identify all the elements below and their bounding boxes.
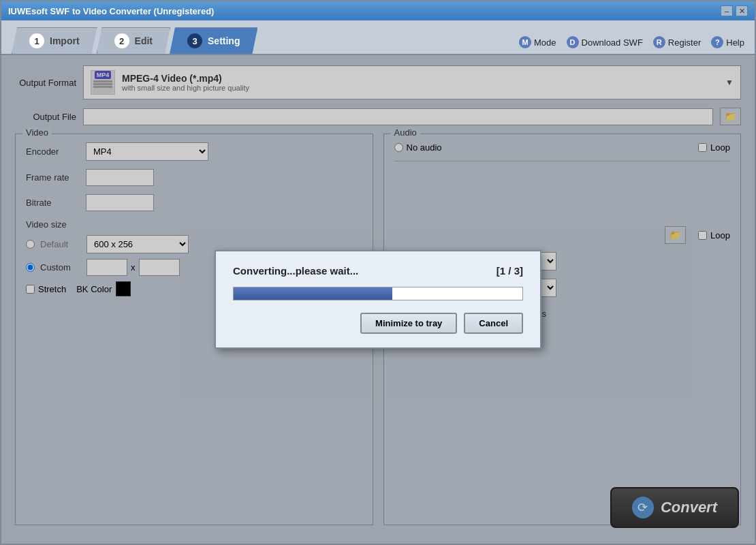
title-bar: IUWEsoft SWF to Video Converter (Unregis… — [1, 1, 755, 20]
mode-icon: M — [519, 36, 531, 48]
progress-bar-fill — [234, 287, 392, 300]
help-icon: ? — [711, 36, 723, 48]
dialog-header: Converting...please wait... [1 / 3] — [233, 265, 523, 277]
register-icon: R — [653, 36, 665, 48]
progress-dialog: Converting...please wait... [1 / 3] Mini… — [215, 250, 541, 349]
tab-setting-label: Setting — [208, 35, 240, 46]
tab-import[interactable]: 1 Import — [12, 27, 97, 54]
dialog-buttons: Minimize to tray Cancel — [233, 313, 523, 334]
main-content: Output Format MP4 MPEG-4 Video (*.mp4) w… — [1, 55, 755, 544]
minimize-to-tray-button[interactable]: Minimize to tray — [360, 313, 457, 334]
help-label: Help — [726, 37, 744, 48]
progress-bar — [233, 287, 523, 300]
tab-import-label: Import — [50, 35, 80, 46]
download-swf-icon: D — [567, 36, 579, 48]
tab-edit-label: Edit — [135, 35, 153, 46]
window-title: IUWEsoft SWF to Video Converter (Unregis… — [8, 6, 214, 16]
help-menu[interactable]: ? Help — [711, 36, 744, 48]
tab-setting[interactable]: 3 Setting — [170, 27, 257, 54]
dialog-count: [1 / 3] — [497, 265, 523, 277]
main-window: IUWEsoft SWF to Video Converter (Unregis… — [0, 0, 756, 545]
dialog-title: Converting...please wait... — [233, 265, 358, 277]
mode-menu[interactable]: M Mode — [519, 36, 556, 48]
title-bar-controls: – ✕ — [721, 5, 748, 16]
cancel-button[interactable]: Cancel — [464, 313, 523, 334]
register-label: Register — [668, 37, 701, 48]
close-button[interactable]: ✕ — [736, 5, 748, 16]
register-menu[interactable]: R Register — [653, 36, 701, 48]
dialog-overlay: Converting...please wait... [1 / 3] Mini… — [1, 55, 755, 544]
tab-edit[interactable]: 2 Edit — [97, 27, 170, 54]
download-swf-label: Download SWF — [582, 37, 643, 48]
download-swf-menu[interactable]: D Download SWF — [567, 36, 643, 48]
minimize-button[interactable]: – — [721, 5, 733, 16]
tab-edit-num: 2 — [114, 33, 129, 48]
mode-label: Mode — [534, 37, 556, 48]
tab-setting-num: 3 — [187, 33, 202, 48]
tab-import-num: 1 — [29, 33, 44, 48]
top-menu: M Mode D Download SWF R Register ? Help — [519, 36, 744, 54]
nav-bar: 1 Import 2 Edit 3 Setting M Mode D Downl… — [1, 20, 755, 55]
